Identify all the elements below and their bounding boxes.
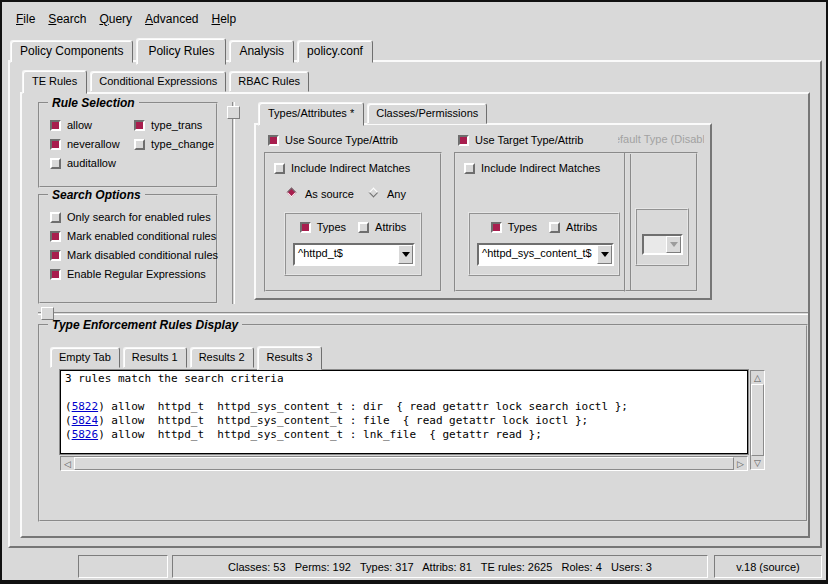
rule-id-link[interactable]: 5824 (72, 414, 99, 427)
menu-search[interactable]: Search (48, 12, 86, 26)
checkbox-indicator[interactable] (458, 135, 469, 146)
search-checkbox-enable-regular-expressions[interactable]: Enable Regular Expressions (50, 268, 216, 280)
scroll-up-icon[interactable]: △ (751, 371, 764, 384)
rule-checkbox-allow[interactable]: allow (50, 119, 134, 131)
source-radio-group: As source Any (286, 187, 406, 200)
target-types-checkbox[interactable]: Types (491, 221, 537, 233)
results-tab-results-1[interactable]: Results 1 (123, 347, 187, 368)
scroll-down-icon[interactable]: ▽ (751, 456, 764, 469)
checkbox-indicator[interactable] (134, 120, 145, 131)
radio-as-source[interactable]: As source (286, 187, 354, 200)
checkbox-label: Mark enabled conditional rules (67, 230, 216, 242)
use-target-type-checkbox[interactable]: Use Target Type/Attrib (458, 134, 583, 146)
ta-tab-classes-permissions[interactable]: Classes/Permissions (367, 103, 487, 124)
checkbox-indicator[interactable] (50, 120, 61, 131)
radio-any[interactable]: Any (368, 187, 406, 200)
checkbox-indicator[interactable] (464, 163, 475, 174)
scroll-right-icon[interactable]: ▷ (734, 457, 747, 470)
menu-help[interactable]: Help (211, 12, 236, 26)
default-type-combobox (642, 234, 683, 255)
vertical-sash[interactable] (232, 102, 235, 304)
checkbox-indicator[interactable] (50, 212, 61, 223)
combobox-dropdown-button[interactable] (597, 245, 612, 264)
checkbox-label: Types (508, 221, 537, 233)
main-tab-policy-conf[interactable]: policy.conf (297, 40, 373, 63)
rule-checkbox-auditallow[interactable]: auditallow (50, 157, 134, 169)
checkbox-indicator[interactable] (274, 163, 285, 174)
rule-checkbox-type-trans[interactable]: type_trans (134, 119, 216, 131)
results-vertical-scrollbar[interactable]: △ ▽ (750, 370, 765, 470)
rule-id-link[interactable]: 5822 (72, 400, 99, 413)
search-checkbox-mark-disabled-conditional-rules[interactable]: Mark disabled conditional rules (50, 249, 216, 261)
results-tab-empty-tab[interactable]: Empty Tab (50, 347, 120, 368)
menu-advanced[interactable]: Advanced (145, 12, 198, 26)
ta-tab-types-attributes[interactable]: Types/Attributes * (258, 102, 364, 126)
source-type-combobox[interactable]: ^httpd_t$ (293, 243, 415, 266)
combobox-value[interactable]: ^httpd_sys_content_t$ (479, 245, 597, 264)
radio-indicator[interactable] (286, 187, 299, 200)
main-tab-analysis[interactable]: Analysis (229, 40, 294, 63)
combobox-value (644, 236, 666, 253)
checkbox-label: auditallow (67, 157, 116, 169)
checkbox-indicator[interactable] (549, 222, 560, 233)
target-types-attribs-row: Types Attribs (470, 214, 618, 233)
checkbox-label: Enable Regular Expressions (67, 268, 206, 280)
checkbox-label: type_change (151, 138, 214, 150)
results-text-area[interactable]: 3 rules match the search criteria (5822)… (60, 370, 748, 454)
menu-query[interactable]: Query (99, 12, 132, 26)
types-attributes-body: Use Source Type/Attrib Include Indirect … (254, 123, 712, 300)
checkbox-indicator[interactable] (50, 250, 61, 261)
target-attribs-checkbox[interactable]: Attribs (549, 221, 597, 233)
scrollbar-thumb[interactable] (74, 457, 734, 470)
chevron-down-icon (402, 252, 410, 257)
source-types-attribs-row: Types Attribs (286, 214, 420, 233)
rule-checkbox-type-change[interactable]: type_change (134, 138, 216, 150)
results-horizontal-scrollbar[interactable]: ◁ ▷ (60, 456, 748, 471)
checkbox-indicator[interactable] (50, 139, 61, 150)
results-tab-results-3[interactable]: Results 3 (257, 346, 323, 370)
main-tab-policy-rules[interactable]: Policy Rules (136, 38, 226, 65)
horizontal-sash[interactable] (38, 312, 808, 315)
checkbox-indicator[interactable] (491, 222, 502, 233)
search-checkbox-only-search-for-enabled-rules[interactable]: Only search for enabled rules (50, 211, 216, 223)
source-types-checkbox[interactable]: Types (300, 221, 346, 233)
checkbox-indicator[interactable] (134, 139, 145, 150)
target-type-combobox[interactable]: ^httpd_sys_content_t$ (477, 243, 614, 266)
rule-id-link[interactable]: 5826 (72, 428, 99, 441)
rules-tab-te-rules[interactable]: TE Rules (22, 70, 87, 94)
scroll-left-icon[interactable]: ◁ (61, 457, 74, 470)
checkbox-indicator[interactable] (50, 231, 61, 242)
rule-checkbox-neverallow[interactable]: neverallow (50, 138, 134, 150)
target-include-indirect-checkbox[interactable]: Include Indirect Matches (464, 162, 600, 174)
checkbox-indicator[interactable] (300, 222, 311, 233)
source-attribs-checkbox[interactable]: Attribs (358, 221, 406, 233)
rules-tab-conditional-expressions[interactable]: Conditional Expressions (90, 71, 226, 92)
group-title: Rule Selection (48, 96, 139, 110)
vertical-sash-handle[interactable] (227, 106, 240, 119)
checkbox-label: Include Indirect Matches (481, 162, 600, 174)
radio-indicator[interactable] (368, 187, 381, 200)
checkbox-indicator[interactable] (50, 158, 61, 169)
default-type-frame (624, 152, 698, 292)
combobox-value[interactable]: ^httpd_t$ (295, 245, 398, 264)
main-notebook-tabs: Policy ComponentsPolicy RulesAnalysispol… (10, 38, 376, 63)
horizontal-sash-handle[interactable] (41, 307, 54, 320)
menu-bar: FileSearchQueryAdvancedHelp (2, 2, 826, 32)
main-tab-policy-components[interactable]: Policy Components (10, 40, 133, 63)
status-version: v.18 (source) (714, 555, 822, 578)
group-title: Type Enforcement Rules Display (48, 318, 242, 332)
result-line: 3 rules match the search criteria (65, 372, 743, 386)
chevron-down-icon (601, 252, 609, 257)
checkbox-indicator[interactable] (268, 135, 279, 146)
checkbox-indicator[interactable] (358, 222, 369, 233)
combobox-dropdown-button[interactable] (398, 245, 413, 264)
scrollbar-thumb[interactable] (751, 384, 764, 456)
use-source-type-checkbox[interactable]: Use Source Type/Attrib (268, 134, 398, 146)
source-include-indirect-checkbox[interactable]: Include Indirect Matches (274, 162, 410, 174)
rules-tab-rbac-rules[interactable]: RBAC Rules (229, 71, 309, 92)
results-tab-results-2[interactable]: Results 2 (190, 347, 254, 368)
checkbox-indicator[interactable] (50, 269, 61, 280)
menu-file[interactable]: File (16, 12, 35, 26)
search-checkbox-mark-enabled-conditional-rules[interactable]: Mark enabled conditional rules (50, 230, 216, 242)
checkbox-label: Include Indirect Matches (291, 162, 410, 174)
